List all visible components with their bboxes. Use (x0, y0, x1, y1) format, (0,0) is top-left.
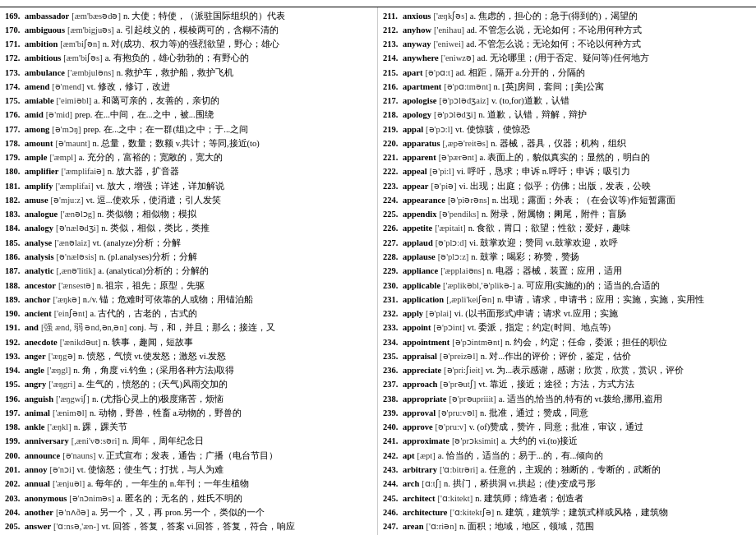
entry-word: approve (403, 421, 433, 434)
list-item: 226.appetite['æpitait]n. 食欲，胃口；欲望；性欲；爱好，… (383, 222, 751, 236)
entry-phonetic: ['æŋgri] (48, 378, 76, 391)
entry-word: appendix (403, 208, 436, 221)
list-item: 193.anger['æŋgə]n. 愤怒，气愤 vt.使发怒；激怒 vi.发怒 (5, 349, 372, 363)
entry-definition: vi. (以书面形式)申请；请求 vt.应用；实施 (454, 307, 751, 321)
list-item: 169.ambassador[æm'bæsədə]n. 大使；特使，（派驻国际组… (5, 9, 372, 23)
list-item: 220.apparatus[,æpə'reitəs]n. 器械，器具，仪器；机构… (383, 136, 751, 150)
entry-definition: vi. 呼吁，恳求；申诉 n.呼吁；申诉；吸引力 (457, 165, 751, 178)
entry-phonetic: ['ɑ:kitektʃə] (449, 506, 494, 519)
list-item: 237.approach[ə'prəutʃ]vt. 靠近，接近；途径；方法，方式… (383, 378, 751, 392)
entry-word: answer (25, 520, 51, 533)
entry-word: angle (25, 364, 44, 377)
list-item: 197.animal['æniməl]n. 动物，野兽，牲畜 a.动物的，野兽的 (5, 406, 372, 420)
entry-definition: v. (to,for)道歉，认错 (491, 95, 751, 108)
entry-number: 183. (5, 208, 23, 221)
entry-number: 200. (5, 450, 23, 463)
entry-word: anniversary (25, 435, 69, 448)
entry-phonetic: ['æmplifaiə] (61, 165, 104, 178)
entry-number: 174. (5, 81, 23, 94)
entry-definition: prep. 在...之中；在一群(组)之中；于...之间 (84, 123, 372, 136)
entry-number: 244. (383, 477, 401, 491)
entry-definition: a. 恰当的，适当的；易于...的，有...倾向的 (438, 450, 751, 463)
entry-word: anger (25, 350, 46, 363)
entry-phonetic: ['enihau] (434, 24, 464, 37)
entry-phonetic: [ə'pɑ:t] (426, 67, 454, 80)
entry-phonetic: [ə'pɔlədʒi] (434, 108, 476, 122)
entry-word: architect (403, 492, 435, 505)
list-item: 243.arbitrary['ɑ:bitrəri]a. 任意的，主观的；独断的，… (383, 464, 751, 477)
entry-definition: n. 角，角度 vi.钓鱼；(采用各种方法)取得 (73, 364, 372, 377)
entry-phonetic: [ə'nɔniməs] (69, 492, 114, 505)
entry-phonetic: [ə'mid] (46, 108, 72, 122)
entry-phonetic: ['æpitait] (435, 222, 465, 235)
entry-definition: vt. 为...表示感谢，感谢；欣赏，欣赏，赏识，评价 (486, 364, 751, 377)
entry-definition: a. 引起歧义的，模棱两可的，含糊不清的 (117, 24, 372, 37)
entry-number: 222. (383, 165, 401, 178)
entry-number: 185. (5, 237, 23, 250)
entry-definition: n. 类似物；相似物；模拟 (98, 208, 372, 221)
list-item: 216.apartment[ə'pɑ:tmənt]n. [英]房间，套间；[美]… (383, 80, 751, 94)
entry-number: 236. (383, 364, 401, 377)
entry-phonetic: ['æplikəbl,'ə'plikə-] (443, 279, 515, 293)
list-item: 178.amount[ə'maunt]n. 总量，数量；数额 v.共计；等同,接… (5, 136, 372, 150)
entry-definition: n. 动物，野兽，牲畜 a.动物的，野兽的 (90, 407, 372, 420)
entry-phonetic: ['æmbjuləns] (67, 67, 114, 80)
entry-definition: n. 出现；露面；外表；（在会议等)作短暂露面 (492, 194, 751, 207)
entry-phonetic: [ə'piərəns] (448, 194, 490, 207)
entry-number: 199. (5, 435, 23, 448)
entry-word: amplifier (25, 165, 58, 178)
list-item: 211.anxious['æŋkʃəs]a. 焦虑的，担心的；急于(得到的)，渴… (383, 9, 751, 23)
entry-number: 233. (383, 321, 401, 334)
entry-number: 191. (5, 321, 23, 334)
entry-phonetic: ['æmplifai] (55, 180, 93, 193)
entry-word: ambition (25, 38, 58, 51)
entry-phonetic: [ə'prəupriiit] (449, 393, 496, 406)
entry-phonetic: [ə'pi:l] (430, 165, 454, 178)
list-item: 179.ample['æmpl]a. 充分的，富裕的；宽敞的，宽大的 (5, 151, 372, 165)
list-item: 189.anchor['æŋkə]n./v. 锚；危难时可依靠的人或物；用锚泊船 (5, 293, 372, 307)
entry-word: ambassador (25, 10, 69, 23)
entry-word: anonymous (25, 492, 67, 505)
list-item: 218.apology[ə'pɔlədʒi]n. 道歉，认错，辩解，辩护 (383, 108, 751, 122)
list-item: 181.amplify['æmplifai]vt. 放大，增强；详述，详加解说 (5, 179, 372, 193)
entry-phonetic: [ə'plai] (426, 307, 452, 321)
entry-number: 226. (383, 222, 401, 235)
entry-phonetic: ['ænikdəut] (60, 336, 101, 349)
entry-definition: n. 类似，相似，类比，类推 (101, 222, 372, 235)
entry-word: appal (403, 123, 423, 136)
entry-number: 234. (383, 336, 401, 349)
entry-word: ample (25, 151, 47, 164)
entry-phonetic: [ə'nauns] (62, 450, 95, 463)
entry-word: and (25, 321, 39, 334)
list-item: 219.appal[ə'pɔ:l]vt. 使惊骇，使惊恐 (383, 122, 751, 136)
entry-word: arch (403, 477, 419, 491)
entry-word: analytic (25, 265, 54, 278)
entry-definition: n. 电器；器械，装置；应用，适用 (486, 265, 751, 278)
entry-definition: n. 建筑师；缔造者；创造者 (475, 492, 751, 505)
list-item: 212.anyhow['enihau]ad. 不管怎么说，无论如何；不论用何种方… (383, 23, 751, 37)
list-item: 240.approve[ə'pru:v]v. (of)赞成，赞许，同意；批准，审… (383, 421, 751, 435)
entry-number: 203. (5, 492, 23, 505)
entry-definition: a. 和蔼可亲的，友善的，亲切的 (94, 95, 372, 108)
list-item: 172.ambitious[æm'biʃəs]a. 有抱负的，雄心勃勃的；有野心… (5, 52, 372, 66)
entry-phonetic: [,æpli'keiʃən] (446, 293, 495, 307)
entry-number: 195. (5, 378, 23, 391)
list-item: 182.amuse[ə'mju:z]vt. 逗...使欢乐，使消遣；引人发笑 (5, 193, 372, 207)
entry-word: applaud (403, 237, 433, 250)
entry-word: arean (403, 520, 423, 533)
entry-phonetic: [ə'pri:ʃieit] (444, 364, 483, 377)
list-item: 245.architect['ɑ:kitekt]n. 建筑师；缔造者；创造者 (383, 491, 751, 505)
entry-phonetic: [ə'pɔlədʒaiz] (439, 95, 489, 108)
entry-definition: n. 救护车，救护船，救护飞机 (117, 67, 372, 80)
list-item: 236.appreciate[ə'pri:ʃieit]vt. 为...表示感谢，… (383, 364, 751, 378)
entry-definition: n./v. 锚；危难时可依靠的人或物；用锚泊船 (83, 293, 372, 307)
entry-phonetic: ['æŋgl] (47, 364, 71, 377)
entry-number: 196. (5, 393, 23, 406)
list-item: 177.among[ə'mɔŋ]prep. 在...之中；在一群(组)之中；于.… (5, 122, 372, 136)
entry-phonetic: ['eniwzə] (441, 52, 475, 65)
entry-number: 213. (383, 38, 401, 51)
entry-definition: ad. 相距，隔开 a.分开的，分隔的 (455, 67, 751, 80)
entry-word: anxious (403, 10, 431, 23)
entry-phonetic: [ə'plɔ:d] (436, 237, 467, 250)
entry-number: 172. (5, 52, 23, 65)
